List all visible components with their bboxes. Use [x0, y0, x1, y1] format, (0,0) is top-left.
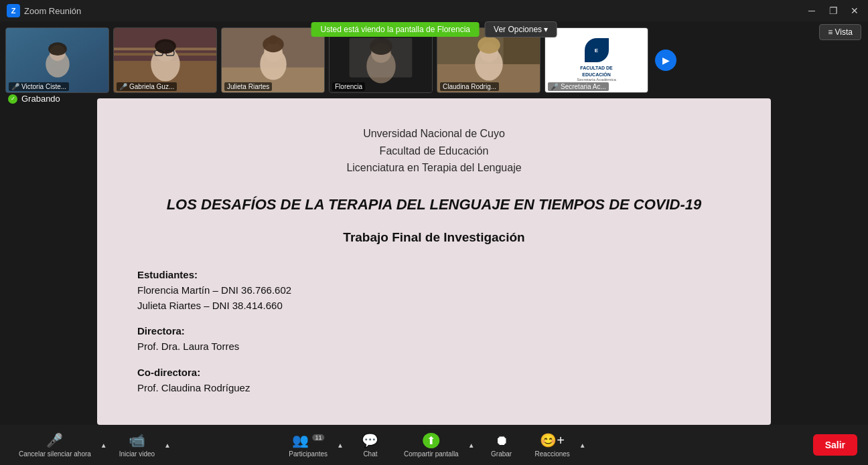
toolbar-center: 👥 11 Participantes ▲ 💬 Chat ⬆ Compartir … — [281, 430, 587, 460]
svg-rect-24 — [350, 37, 413, 77]
svg-point-30 — [478, 36, 500, 54]
slide-codirector-text: Prof. Claudina Rodríguez — [137, 381, 731, 396]
slide-director-label: Directora: — [137, 325, 731, 337]
slide-students-text: Florencia Martín – DNI 36.766.602 Juliet… — [137, 283, 731, 313]
secretaria-subtitle: Secretaría Académica — [577, 78, 616, 82]
record-button[interactable]: ⏺ Grabar — [482, 430, 522, 460]
share-label: Compartir pantalla — [404, 450, 459, 458]
reactions-group: 😊+ Reacciones ▲ — [527, 430, 587, 460]
video-arrow[interactable]: ▲ — [163, 442, 172, 449]
svg-point-13 — [155, 39, 176, 54]
participant-name: Gabriela Guz... — [129, 83, 174, 90]
reactions-button[interactable]: 😊+ Reacciones — [527, 430, 578, 460]
slide-director-section: Directora: Prof. Dra. Laura Torres — [137, 325, 731, 355]
participant-thumb: 🎤 Gabriela Guz... — [113, 27, 217, 93]
slide-students-label: Estudiantes: — [137, 269, 731, 280]
video-icon: 📹 — [129, 432, 145, 448]
toolbar-right: Salir — [813, 434, 857, 456]
close-button[interactable]: ✕ — [848, 5, 861, 16]
record-icon: ⏺ — [495, 433, 508, 448]
chat-icon: 💬 — [362, 432, 378, 448]
participants-count: 11 — [312, 434, 324, 441]
participant-thumb: E FACULTAD DEEDUCACIÓN Secretaría Académ… — [545, 27, 648, 93]
slide-subtitle: Trabajo Final de Investigación — [137, 230, 731, 245]
participants-group: 👥 11 Participantes ▲ — [281, 430, 345, 460]
minimize-button[interactable]: ─ — [805, 5, 818, 16]
vista-button[interactable]: ≡ Vista — [819, 24, 861, 40]
mute-group: 🎤 Cancelar silenciar ahora ▲ — [11, 430, 108, 460]
slide-title: LOS DESAFÍOS DE LA TERAPIA DEL LENGUAJE … — [137, 195, 731, 215]
mute-icon: 🎤 — [46, 432, 63, 448]
participant-name: Secretaria Ac... — [561, 83, 606, 90]
share-group: ⬆ Compartir pantalla ▲ — [396, 430, 476, 460]
recording-dot: ✓ — [8, 94, 17, 104]
toolbar-left: 🎤 Cancelar silenciar ahora ▲ 📹 Iniciar v… — [11, 430, 172, 460]
participant-thumb: Julieta Riartes — [221, 27, 325, 93]
chat-label: Chat — [363, 450, 377, 458]
chat-button[interactable]: 💬 Chat — [350, 430, 390, 460]
zoom-icon: Z — [7, 4, 20, 17]
participant-name: Claudina Rodrig... — [443, 83, 496, 90]
slide-codirector-label: Co-directora: — [137, 367, 731, 378]
share-button[interactable]: ⬆ Compartir pantalla — [396, 430, 467, 460]
participant-thumb: 🎤 Victoria Ciste... — [5, 27, 109, 93]
notification-text: Usted está viendo la pantalla de Florenc… — [311, 22, 480, 37]
strip-next-arrow[interactable]: ▶ — [655, 50, 676, 71]
slide-students-section: Estudiantes: Florencia Martín – DNI 36.7… — [137, 269, 731, 313]
participant-name: Julieta Riartes — [227, 83, 269, 90]
secretaria-logo-text: FACULTAD DEEDUCACIÓN — [580, 65, 612, 77]
notification-bar: Usted está viendo la pantalla de Florenc… — [311, 21, 557, 37]
participant-name: Florencia — [335, 83, 362, 90]
maximize-button[interactable]: ❐ — [826, 5, 840, 16]
slide-director-text: Prof. Dra. Laura Torres — [137, 339, 731, 355]
mute-label: Cancelar silenciar ahora — [19, 450, 91, 458]
participants-icon: 👥 11 — [292, 432, 325, 448]
reactions-arrow[interactable]: ▲ — [578, 442, 587, 449]
ver-opciones-button[interactable]: Ver Opciones ▾ — [485, 21, 557, 37]
video-label: Iniciar video — [119, 450, 155, 458]
toolbar: 🎤 Cancelar silenciar ahora ▲ 📹 Iniciar v… — [0, 425, 868, 465]
exit-button[interactable]: Salir — [813, 434, 857, 456]
reactions-icon: 😊+ — [540, 432, 565, 448]
participant-name: Victoria Ciste... — [21, 83, 66, 90]
share-icon: ⬆ — [423, 433, 439, 448]
app-title: Zoom Reunión — [24, 6, 805, 16]
reactions-label: Reacciones — [535, 450, 570, 458]
slide-content: Unversidad Nacional de Cuyo Facultad de … — [97, 98, 771, 425]
mute-button[interactable]: 🎤 Cancelar silenciar ahora — [11, 430, 99, 460]
participants-arrow[interactable]: ▲ — [336, 442, 345, 449]
participants-label: Participantes — [289, 450, 328, 458]
share-arrow[interactable]: ▲ — [467, 442, 476, 449]
video-group: 📹 Iniciar video ▲ — [111, 430, 172, 460]
recording-label: Grabando — [21, 94, 60, 104]
title-bar: Z Zoom Reunión ─ ❐ ✕ — [0, 0, 868, 21]
slide-codirector-section: Co-directora: Prof. Claudina Rodríguez — [137, 367, 731, 396]
recording-indicator: ✓ Grabando — [8, 94, 60, 104]
record-label: Grabar — [491, 450, 512, 458]
slide-university: Unversidad Nacional de Cuyo Facultad de … — [137, 125, 731, 177]
video-button[interactable]: 📹 Iniciar video — [111, 430, 163, 460]
mute-arrow[interactable]: ▲ — [99, 442, 108, 449]
svg-point-19 — [269, 35, 278, 44]
participants-button[interactable]: 👥 11 Participantes — [281, 430, 336, 460]
window-controls: ─ ❐ ✕ — [805, 5, 861, 16]
edu-logo: E — [585, 38, 609, 62]
svg-point-3 — [48, 42, 67, 56]
presentation-area: Unversidad Nacional de Cuyo Facultad de … — [97, 98, 771, 425]
